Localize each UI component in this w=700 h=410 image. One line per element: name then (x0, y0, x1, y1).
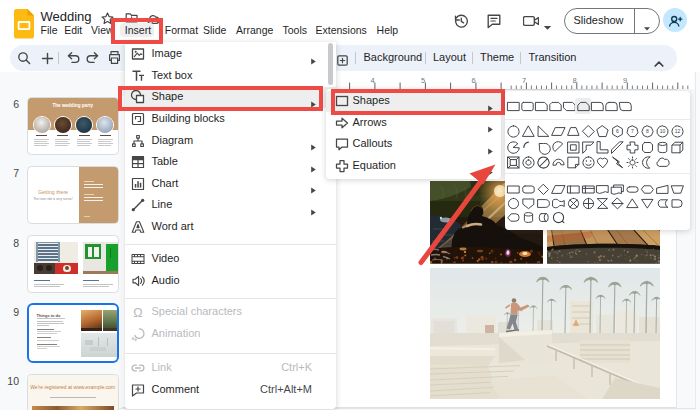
svg-text:12: 12 (675, 128, 681, 134)
svg-text:Ω: Ω (133, 306, 142, 320)
svg-text:7: 7 (632, 128, 635, 134)
svg-text:6: 6 (617, 128, 620, 134)
svg-text:8: 8 (646, 128, 649, 134)
svg-text:10: 10 (660, 128, 666, 134)
